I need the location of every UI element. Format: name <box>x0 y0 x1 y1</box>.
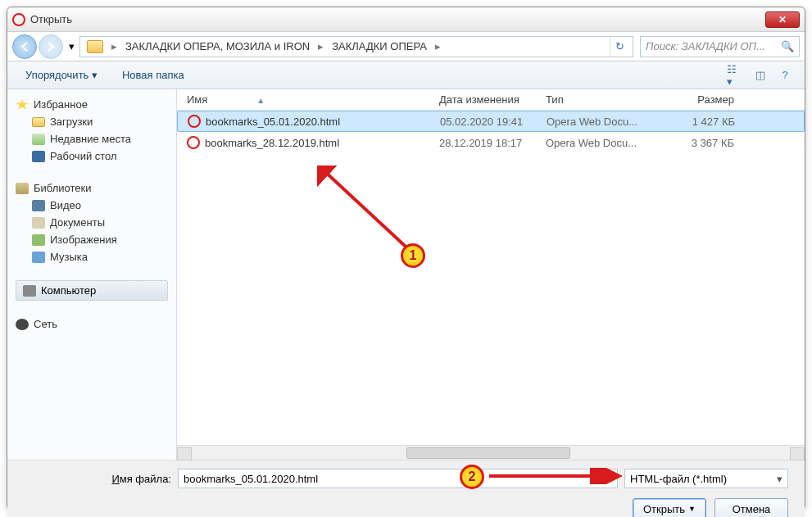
file-row[interactable]: bookmarks_28.12.2019.html 28.12.2019 18:… <box>177 132 805 153</box>
chevron-down-icon[interactable]: ▾ <box>777 473 783 485</box>
sidebar-libraries[interactable]: Библиотеки <box>11 179 173 197</box>
video-icon <box>32 200 45 211</box>
scrollbar-thumb[interactable] <box>406 447 570 459</box>
folder-icon <box>32 117 45 127</box>
titlebar: Открыть ✕ <box>7 7 805 32</box>
chevron-down-icon[interactable]: ▾ <box>606 473 612 485</box>
sidebar-item-documents[interactable]: Документы <box>11 214 173 231</box>
breadcrumb[interactable]: ▸ ЗАКЛАДКИ ОПЕРА, МОЗИЛА и IRON ▸ ЗАКЛАД… <box>79 36 633 57</box>
library-icon <box>16 183 29 194</box>
history-dropdown[interactable]: ▾ <box>65 34 78 59</box>
opera-file-icon <box>187 136 200 149</box>
filename-value: bookmarks_05.01.2020.html <box>184 473 318 485</box>
sidebar-item-music[interactable]: Музыка <box>11 248 173 265</box>
image-icon <box>32 234 45 246</box>
breadcrumb-item[interactable]: ЗАКЛАДКИ ОПЕРА <box>329 40 430 52</box>
search-icon: 🔍 <box>781 40 794 52</box>
search-placeholder: Поиск: ЗАКЛАДКИ ОП... <box>646 40 765 52</box>
new-folder-button[interactable]: Новая папка <box>114 66 193 84</box>
sidebar-network[interactable]: Сеть <box>11 315 173 333</box>
opera-file-icon <box>188 115 201 128</box>
horizontal-scrollbar[interactable] <box>177 445 805 460</box>
organize-menu[interactable]: Упорядочить ▾ <box>17 66 106 84</box>
filename-label: Имя файла: <box>24 473 171 485</box>
col-type-header[interactable]: Тип <box>546 93 669 106</box>
sidebar-item-desktop[interactable]: Рабочий стол <box>11 147 173 165</box>
file-name: bookmarks_28.12.2019.html <box>205 137 439 149</box>
col-date-header[interactable]: Дата изменения <box>439 93 546 106</box>
file-list: Имя▲ Дата изменения Тип Размер bookmarks… <box>177 89 805 460</box>
folder-icon <box>87 40 103 53</box>
back-button[interactable] <box>12 34 37 59</box>
file-date: 05.02.2020 19:41 <box>440 116 547 128</box>
computer-icon <box>23 285 36 297</box>
file-row[interactable]: bookmarks_05.01.2020.html 05.02.2020 19:… <box>177 111 805 132</box>
breadcrumb-item[interactable]: ЗАКЛАДКИ ОПЕРА, МОЗИЛА и IRON <box>122 40 313 52</box>
file-type: Opera Web Docu... <box>546 137 669 149</box>
col-size-header[interactable]: Размер <box>669 93 751 106</box>
search-input[interactable]: Поиск: ЗАКЛАДКИ ОП... 🔍 <box>640 36 800 57</box>
footer: Имя файла: bookmarks_05.01.2020.html ▾ H… <box>7 460 805 517</box>
col-name-header[interactable]: Имя▲ <box>177 93 439 106</box>
sort-asc-icon: ▲ <box>256 96 265 105</box>
recent-icon <box>32 134 45 145</box>
window-title: Открыть <box>30 13 72 25</box>
file-name: bookmarks_05.01.2020.html <box>206 116 440 128</box>
refresh-icon[interactable]: ↻ <box>610 37 629 57</box>
network-icon <box>16 319 29 330</box>
filename-input[interactable]: bookmarks_05.01.2020.html ▾ <box>178 469 618 488</box>
desktop-icon <box>32 151 45 162</box>
close-button[interactable]: ✕ <box>765 11 800 28</box>
opera-icon <box>12 13 25 26</box>
sidebar: Избранное Загрузки Недавние места Рабочи… <box>7 89 177 460</box>
help-button[interactable]: ? <box>775 66 795 84</box>
navbar: ▾ ▸ ЗАКЛАДКИ ОПЕРА, МОЗИЛА и IRON ▸ ЗАКЛ… <box>7 32 805 61</box>
sidebar-item-video[interactable]: Видео <box>11 197 173 214</box>
view-options-button[interactable]: ☷ ▾ <box>726 66 746 84</box>
file-date: 28.12.2019 18:17 <box>439 137 546 149</box>
sidebar-item-recent[interactable]: Недавние места <box>11 130 173 147</box>
file-size: 1 427 КБ <box>669 116 751 128</box>
main-area: Избранное Загрузки Недавние места Рабочи… <box>7 89 805 460</box>
file-type: Opera Web Docu... <box>547 116 669 128</box>
sidebar-item-images[interactable]: Изображения <box>11 231 173 248</box>
sidebar-item-downloads[interactable]: Загрузки <box>11 113 173 130</box>
arrow-left-icon <box>19 41 30 52</box>
star-icon <box>16 99 29 111</box>
filter-value: HTML-файл (*.html) <box>630 473 727 485</box>
arrow-right-icon <box>45 41 57 52</box>
sidebar-favorites[interactable]: Избранное <box>11 96 173 113</box>
forward-button[interactable] <box>39 34 63 59</box>
toolbar: Упорядочить ▾ Новая папка ☷ ▾ ◫ ? <box>7 61 805 89</box>
filetype-filter[interactable]: HTML-файл (*.html) ▾ <box>624 469 788 488</box>
column-headers: Имя▲ Дата изменения Тип Размер <box>177 89 805 111</box>
file-open-dialog: Открыть ✕ ▾ ▸ ЗАКЛАДКИ ОПЕРА, МОЗИЛА и I… <box>7 7 805 510</box>
document-icon <box>32 217 45 229</box>
open-button[interactable]: Открыть ▼ <box>633 498 706 517</box>
music-icon <box>32 252 45 263</box>
sidebar-computer[interactable]: Компьютер <box>16 280 168 301</box>
preview-pane-button[interactable]: ◫ <box>751 66 770 84</box>
cancel-button[interactable]: Отмена <box>714 498 788 517</box>
file-size: 3 367 КБ <box>669 137 751 149</box>
